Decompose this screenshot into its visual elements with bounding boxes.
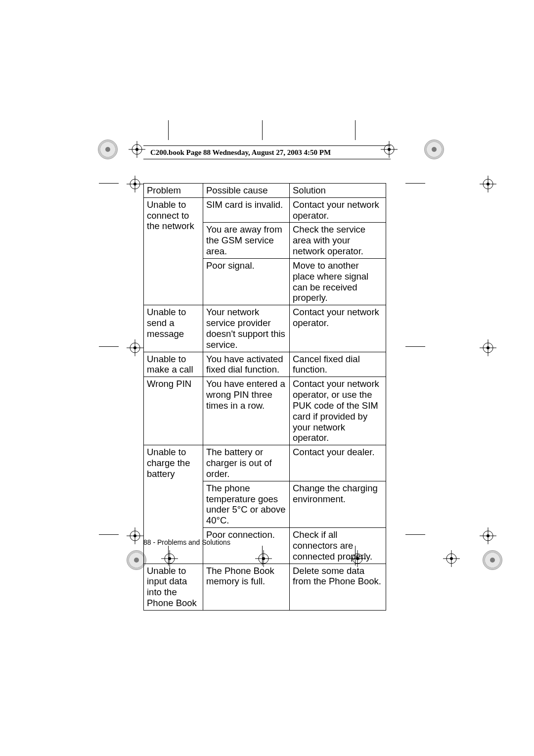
svg-point-24 bbox=[130, 531, 140, 541]
cell-problem: Unable to input data into the Phone Book bbox=[144, 564, 203, 610]
svg-point-0 bbox=[132, 144, 142, 154]
registration-mark-icon bbox=[129, 141, 145, 158]
cell-solution: Delete some data from the Phone Book. bbox=[290, 564, 386, 610]
registration-mark-icon bbox=[480, 527, 496, 544]
cell-solution: Change the charging environment. bbox=[290, 481, 386, 527]
cell-cause: SIM card is invalid. bbox=[203, 197, 290, 223]
col-solution: Solution bbox=[290, 184, 386, 198]
cell-solution: Contact your network operator. bbox=[290, 197, 386, 223]
table-row: Unable to connect to the network SIM car… bbox=[144, 197, 386, 223]
cell-cause: Your network service provider doesn't su… bbox=[203, 305, 290, 352]
registration-mark-icon bbox=[443, 550, 460, 567]
col-problem: Problem bbox=[144, 184, 203, 198]
crop-tick bbox=[405, 346, 425, 347]
troubleshooting-table: Problem Possible cause Solution Unable t… bbox=[143, 183, 386, 611]
cell-cause: You have entered a wrong PIN three times… bbox=[203, 377, 290, 445]
svg-point-27 bbox=[134, 534, 136, 537]
disc-icon bbox=[98, 140, 118, 159]
crop-tick bbox=[99, 183, 119, 184]
table-row: Unable to input data into the Phone Book… bbox=[144, 564, 386, 610]
disc-icon bbox=[483, 550, 502, 570]
registration-mark-icon bbox=[127, 527, 143, 544]
cell-cause: The phone temperature goes under 5°C or … bbox=[203, 481, 290, 527]
page-header: C200.book Page 88 Wednesday, August 27, … bbox=[143, 145, 391, 159]
page-header-text: C200.book Page 88 Wednesday, August 27, … bbox=[150, 148, 331, 157]
cell-problem: Wrong PIN bbox=[144, 377, 203, 445]
cell-solution: Contact your network operator. bbox=[290, 305, 386, 352]
svg-point-19 bbox=[134, 346, 136, 349]
registration-mark-icon bbox=[480, 176, 496, 192]
content-area: Problem Possible cause Solution Unable t… bbox=[143, 183, 391, 611]
svg-point-16 bbox=[130, 343, 140, 353]
cell-problem: Unable to send a message bbox=[144, 305, 203, 352]
cell-solution: Check the service area with your network… bbox=[290, 223, 386, 258]
crop-tick bbox=[99, 534, 119, 535]
svg-point-12 bbox=[483, 179, 493, 189]
cell-cause: The Phone Book memory is full. bbox=[203, 564, 290, 610]
crop-tick bbox=[168, 120, 169, 140]
table-row: Wrong PIN You have entered a wrong PIN t… bbox=[144, 377, 386, 445]
cell-problem: Unable to make a call bbox=[144, 352, 203, 377]
cell-cause: Poor signal. bbox=[203, 258, 290, 305]
page-footer: 88 - Problems and Solutions bbox=[143, 538, 230, 546]
cell-cause: You are away from the GSM service area. bbox=[203, 223, 290, 258]
cell-solution: Contact your network operator, or use th… bbox=[290, 377, 386, 445]
svg-point-47 bbox=[450, 557, 453, 560]
svg-point-11 bbox=[134, 183, 136, 186]
registration-mark-icon bbox=[127, 339, 143, 356]
crop-tick bbox=[405, 183, 425, 184]
table-header-row: Problem Possible cause Solution bbox=[144, 184, 386, 198]
svg-point-44 bbox=[446, 554, 456, 564]
cell-cause: The battery or charger is out of order. bbox=[203, 445, 290, 481]
svg-point-3 bbox=[135, 148, 138, 151]
crop-tick bbox=[262, 120, 263, 140]
cell-solution: Move to another place where signal can b… bbox=[290, 258, 386, 305]
disc-icon bbox=[424, 140, 444, 159]
registration-mark-icon bbox=[127, 176, 143, 192]
svg-point-8 bbox=[130, 179, 140, 189]
table-row: Unable to charge the battery The battery… bbox=[144, 445, 386, 481]
crop-tick bbox=[99, 346, 119, 347]
svg-point-31 bbox=[487, 534, 490, 537]
table-row: Unable to send a message Your network se… bbox=[144, 305, 386, 352]
crop-tick bbox=[405, 534, 425, 535]
cell-solution: Cancel fixed dial function. bbox=[290, 352, 386, 377]
svg-point-28 bbox=[483, 531, 493, 541]
table-row: Unable to make a call You have activated… bbox=[144, 352, 386, 377]
svg-point-20 bbox=[483, 343, 493, 353]
svg-point-15 bbox=[487, 183, 490, 186]
cell-problem: Unable to connect to the network bbox=[144, 197, 203, 305]
crop-tick bbox=[355, 120, 356, 140]
col-cause: Possible cause bbox=[203, 184, 290, 198]
svg-point-23 bbox=[487, 346, 490, 349]
registration-mark-icon bbox=[480, 339, 496, 356]
cell-solution: Check if all connectors are connected pr… bbox=[290, 528, 386, 564]
cell-solution: Contact your dealer. bbox=[290, 445, 386, 481]
cell-cause: You have activated fixed dial function. bbox=[203, 352, 290, 377]
page: C200.book Page 88 Wednesday, August 27, … bbox=[0, 0, 534, 756]
